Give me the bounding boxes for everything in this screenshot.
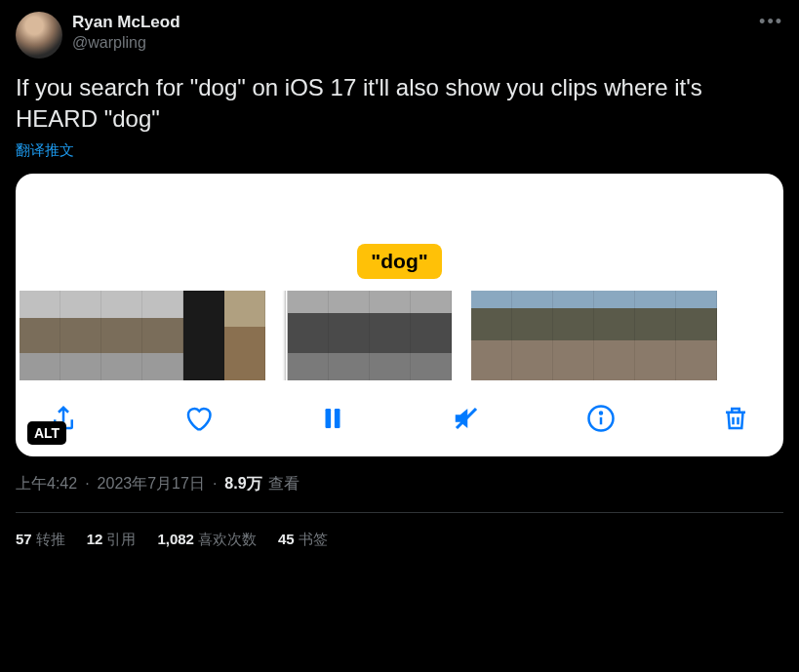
separator: · bbox=[85, 475, 89, 493]
thumbnail-frame bbox=[329, 291, 370, 380]
thumbnail-frame bbox=[553, 291, 594, 380]
trash-icon[interactable] bbox=[719, 402, 752, 435]
translate-link[interactable]: 翻译推文 bbox=[16, 141, 74, 160]
svg-rect-0 bbox=[325, 409, 331, 428]
clip-group-3[interactable] bbox=[471, 291, 717, 380]
more-icon[interactable]: ••• bbox=[759, 12, 783, 32]
clip-group-1[interactable] bbox=[20, 291, 265, 380]
stat-label: 喜欢次数 bbox=[198, 531, 257, 547]
stat-likes[interactable]: 1,082喜欢次数 bbox=[157, 531, 257, 549]
video-timeline[interactable] bbox=[16, 291, 783, 380]
thumbnail-frame bbox=[370, 291, 411, 380]
display-name: Ryan McLeod bbox=[72, 12, 180, 33]
stat-retweets[interactable]: 57转推 bbox=[16, 531, 65, 549]
tweet-meta: 上午4:42 · 2023年7月17日 · 8.9万 查看 bbox=[16, 474, 783, 513]
video-controls bbox=[16, 380, 783, 439]
media-attachment[interactable]: "dog" bbox=[16, 174, 783, 456]
thumbnail-frame bbox=[101, 291, 142, 380]
info-icon[interactable] bbox=[584, 402, 618, 435]
stat-count: 57 bbox=[16, 531, 32, 547]
avatar[interactable] bbox=[16, 12, 62, 59]
tweet-header: Ryan McLeod @warpling ••• bbox=[16, 12, 783, 59]
clip-group-2[interactable] bbox=[285, 291, 452, 380]
stat-count: 1,082 bbox=[157, 531, 194, 547]
thumbnail-frame bbox=[676, 291, 717, 380]
thumbnail-frame bbox=[183, 291, 224, 380]
tweet-time[interactable]: 上午4:42 bbox=[16, 474, 77, 494]
user-handle: @warpling bbox=[72, 33, 180, 54]
video-caption-area: "dog" bbox=[16, 174, 783, 291]
thumbnail-frame bbox=[224, 291, 265, 380]
pause-icon[interactable] bbox=[316, 402, 349, 435]
svg-rect-1 bbox=[334, 409, 340, 428]
mute-icon[interactable] bbox=[450, 402, 483, 435]
heart-icon[interactable] bbox=[181, 402, 215, 435]
thumbnail-frame bbox=[411, 291, 452, 380]
stat-quotes[interactable]: 12引用 bbox=[87, 531, 137, 549]
stat-label: 转推 bbox=[36, 531, 65, 547]
thumbnail-frame bbox=[60, 291, 101, 380]
tweet-text: If you search for "dog" on iOS 17 it'll … bbox=[16, 72, 783, 136]
stat-count: 45 bbox=[278, 531, 295, 547]
alt-badge[interactable]: ALT bbox=[27, 421, 66, 445]
thumbnail-frame bbox=[142, 291, 183, 380]
thumbnail-frame bbox=[635, 291, 676, 380]
svg-point-5 bbox=[600, 412, 602, 414]
tweet-stats: 57转推 12引用 1,082喜欢次数 45书签 bbox=[16, 531, 783, 549]
views-label: 查看 bbox=[268, 474, 300, 494]
stat-count: 12 bbox=[87, 531, 103, 547]
stat-label: 引用 bbox=[106, 531, 136, 547]
caption-bubble: "dog" bbox=[357, 244, 441, 279]
thumbnail-frame bbox=[288, 291, 329, 380]
thumbnail-frame bbox=[20, 291, 60, 380]
tweet-card: Ryan McLeod @warpling ••• If you search … bbox=[0, 0, 799, 561]
tweet-date[interactable]: 2023年7月17日 bbox=[98, 474, 205, 494]
thumbnail-frame bbox=[512, 291, 553, 380]
thumbnail-frame bbox=[471, 291, 512, 380]
stat-bookmarks[interactable]: 45书签 bbox=[278, 531, 328, 549]
stat-label: 书签 bbox=[299, 531, 328, 547]
separator: · bbox=[213, 475, 217, 493]
user-info[interactable]: Ryan McLeod @warpling bbox=[72, 12, 180, 54]
thumbnail-frame bbox=[594, 291, 635, 380]
views-count[interactable]: 8.9万 bbox=[224, 474, 261, 494]
